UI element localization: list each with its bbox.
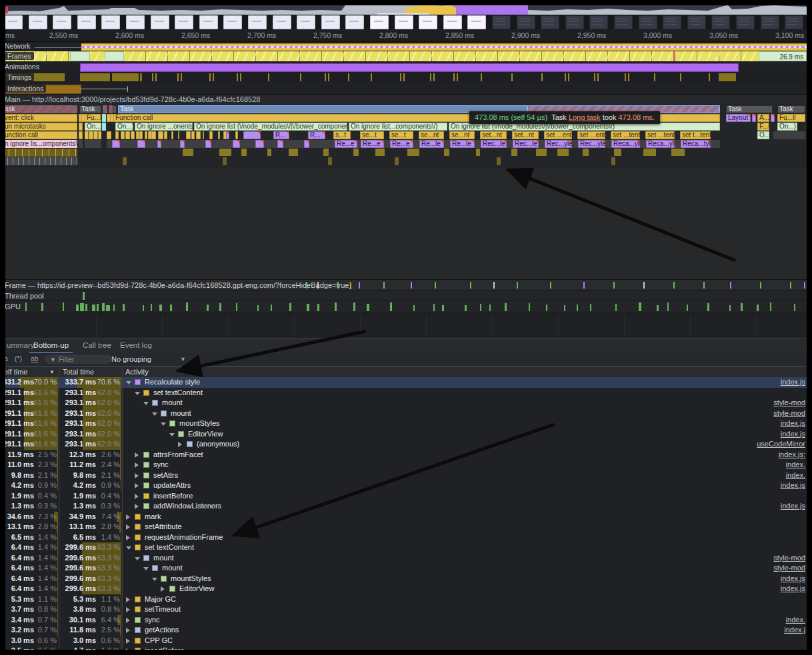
source-link[interactable]: index. [786,470,805,481]
thread-pool-track[interactable]: Thread pool [3,290,807,301]
flame-bar[interactable] [85,131,101,139]
tab-call-tree[interactable]: Call tree [79,338,115,352]
flame-bar[interactable]: set ...tent [611,131,640,139]
activity-label[interactable]: EditorView [188,429,223,440]
filmstrip-thumbnail[interactable] [736,15,755,29]
filmstrip-thumbnail[interactable] [541,15,559,29]
source-link[interactable]: index.js [781,584,805,594]
expand-arrow-icon[interactable] [143,567,149,570]
filmstrip-thumbnail[interactable] [4,15,23,29]
flame-bar[interactable]: Re...le [419,140,444,148]
screenshot-filmstrip[interactable] [3,15,807,29]
frame-segment[interactable] [675,51,759,61]
collapse-arrow-icon[interactable] [135,483,139,488]
table-row[interactable]: 3.7 ms0.8 %3.8 ms0.8 %setTimeout [3,604,807,615]
flame-bar[interactable] [79,140,83,148]
source-link[interactable]: style-mod [773,563,805,574]
table-row[interactable]: 291.1 ms61.6 %293.1 ms62.0 %set textCont… [3,388,807,398]
filmstrip-thumbnail[interactable] [517,15,535,29]
flame-bar[interactable]: On ignore list...components\/) [349,123,447,131]
flame-bar[interactable]: ask [3,105,77,113]
flame-chart-empty-area[interactable] [3,168,807,279]
activity-label[interactable]: mountStyles [179,418,220,429]
source-link[interactable]: index.js [781,377,805,388]
expand-arrow-icon[interactable] [143,402,149,405]
column-divider[interactable] [122,366,123,652]
flame-bar[interactable] [243,131,261,139]
filmstrip-thumbnail[interactable] [492,15,511,29]
activity-label[interactable]: mount [171,408,191,419]
table-row[interactable]: 6.4 ms1.4 %299.6 ms63.3 %set textContent [3,542,807,553]
source-link[interactable]: index.j [784,625,805,636]
source-link[interactable]: index.js [781,418,805,429]
filmstrip-thumbnail[interactable] [248,15,267,29]
activity-label[interactable]: CPP GC [145,636,173,646]
filmstrip-thumbnail[interactable] [345,15,364,29]
expand-arrow-icon[interactable] [152,578,157,581]
filmstrip-thumbnail[interactable] [273,15,291,29]
filmstrip-thumbnail[interactable] [101,15,120,29]
flame-bar[interactable]: unction call [3,131,77,139]
expand-arrow-icon[interactable] [152,412,157,416]
table-row[interactable]: 6.4 ms1.4 %299.6 ms63.3 %mountStylesinde… [3,574,807,584]
frame-segment[interactable] [90,51,105,61]
table-row[interactable]: 1.9 ms0.4 %1.9 ms0.4 %insertBefore [3,491,807,502]
timings-track[interactable]: Timings [3,72,807,83]
table-row[interactable]: 291.1 ms61.6 %293.1 ms62.0 %(anonymous)u… [3,439,807,450]
activity-label[interactable]: addWindowListeners [153,501,221,512]
activity-label[interactable]: mount [162,398,183,408]
frames-track[interactable]: Frames 26.9 ms [3,51,807,62]
filmstrip-thumbnail[interactable] [126,15,145,29]
frame-track[interactable]: Frame — https://id-preview--bd53fd9d-728… [3,279,807,291]
flame-bar[interactable]: Fu...ll [777,114,805,122]
timing-block[interactable] [719,73,736,81]
collapse-arrow-icon[interactable] [135,504,139,509]
flame-bar[interactable]: se...t [360,131,384,139]
collapse-arrow-icon[interactable] [135,452,139,458]
filmstrip-thumbnail[interactable] [223,15,242,29]
flame-bar[interactable]: un microtasks [3,123,77,131]
filmstrip-thumbnail[interactable] [370,15,389,29]
activity-label[interactable]: mark [145,512,161,522]
flame-bar[interactable]: Rec...le [513,140,539,148]
activity-label[interactable]: updateAttrs [153,480,191,491]
collapse-arrow-icon[interactable] [126,628,130,633]
flame-bar[interactable]: Re...e [361,140,384,148]
flame-bar[interactable]: set t...tent [680,131,711,139]
table-row[interactable]: 13.1 ms2.8 %13.1 ms2.8 %setAttribute [3,522,807,532]
collapse-arrow-icon[interactable] [126,597,130,602]
timing-block[interactable] [140,73,142,81]
flame-bar[interactable]: Re...le [450,140,475,148]
table-row[interactable]: 5.3 ms1.1 %5.3 ms1.1 %Major GC [3,594,807,605]
filmstrip-thumbnail[interactable] [639,15,657,29]
interactions-track[interactable]: Interactions [3,83,807,94]
activity-label[interactable]: Major GC [145,594,176,605]
flame-bar[interactable] [3,149,77,157]
filmstrip-thumbnail[interactable] [297,15,315,29]
activity-label[interactable]: getActions [145,625,179,636]
flame-bar[interactable]: A... [757,114,769,122]
timing-block[interactable] [80,73,110,81]
filmstrip-thumbnail[interactable] [419,15,437,29]
flame-bar[interactable]: On...) [777,123,797,131]
collapse-arrow-icon[interactable] [126,607,130,612]
flame-bar[interactable]: Rec...le [481,140,507,148]
column-total-time[interactable]: Total time [63,368,94,376]
activity-label[interactable]: set textContent [153,388,203,398]
flame-bar[interactable] [102,123,106,131]
flame-bar[interactable]: On ignore list (\/node_modules\/|\/bower… [194,123,347,131]
activity-label[interactable]: (anonymous) [197,439,239,450]
table-row[interactable]: 3.4 ms0.7 %30.1 ms6.4 %syncindex. [3,615,807,626]
activity-label[interactable]: setTimeout [145,604,181,615]
whole-word-icon[interactable]: ab [31,354,39,362]
source-link[interactable]: index. [786,615,805,626]
table-row[interactable]: 331.2 ms70.0 %333.7 ms70.6 %Recalculate … [3,377,807,388]
grouping-select[interactable]: No grouping ▼ [111,354,186,364]
flame-bar[interactable]: set ...ent [544,131,572,139]
activity-label[interactable]: attrsFromFacet [153,450,203,460]
flame-bar[interactable]: Re...e [335,140,357,148]
collapse-arrow-icon[interactable] [126,535,130,540]
collapse-arrow-icon[interactable] [126,524,130,530]
expand-arrow-icon[interactable] [126,546,131,550]
tooltip-long-task-link[interactable]: Long task [569,113,601,121]
